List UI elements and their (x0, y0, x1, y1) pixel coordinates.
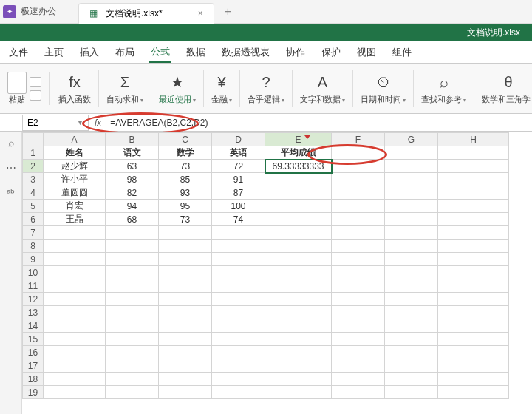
document-tab[interactable]: ▦ 文档说明.xlsx* × (78, 3, 214, 24)
search-icon[interactable]: ⌕ (8, 137, 14, 149)
cell-A17[interactable] (44, 359, 106, 373)
cell-B17[interactable] (106, 359, 159, 373)
cell-E15[interactable] (265, 333, 332, 346)
cell-G10[interactable] (385, 266, 438, 279)
cell-G17[interactable] (385, 359, 438, 373)
cell-G8[interactable] (385, 240, 438, 253)
menu-item-3[interactable]: 布局 (114, 43, 136, 62)
cell-F16[interactable] (332, 346, 385, 359)
cell-H16[interactable] (438, 346, 509, 359)
ribbon-btn-7[interactable]: ⌕查找和参考▾ (417, 72, 471, 105)
ribbon-btn-6[interactable]: ⏲日期和时间▾ (356, 72, 410, 105)
name-box[interactable]: E2 ▼ (22, 115, 89, 131)
row-header-7[interactable]: 7 (23, 226, 44, 240)
cell-G4[interactable] (385, 186, 438, 200)
fx-icon[interactable]: fx (95, 118, 101, 128)
copy-icon[interactable] (30, 90, 41, 101)
cell-F12[interactable] (332, 293, 385, 306)
row-header-9[interactable]: 9 (23, 253, 44, 266)
cell-D6[interactable]: 74 (212, 213, 265, 226)
cell-B12[interactable] (106, 293, 159, 306)
cell-G3[interactable] (385, 173, 438, 186)
cell-G7[interactable] (385, 226, 438, 240)
row-header-1[interactable]: 1 (23, 146, 44, 160)
cell-E10[interactable] (265, 266, 332, 279)
cell-F18[interactable] (332, 373, 385, 386)
ribbon-btn-3[interactable]: ¥金融▾ (207, 72, 236, 105)
cell-E11[interactable] (265, 279, 332, 293)
cell-F9[interactable] (332, 253, 385, 266)
menu-item-7[interactable]: 协作 (284, 43, 307, 62)
cell-H6[interactable] (438, 213, 509, 226)
row-header-16[interactable]: 16 (23, 346, 44, 359)
cell-G1[interactable] (385, 146, 438, 160)
cell-G19[interactable] (385, 386, 438, 399)
cell-C8[interactable] (159, 240, 212, 253)
cell-A4[interactable]: 董圆圆 (44, 186, 106, 200)
cell-C19[interactable] (159, 386, 212, 399)
cell-C14[interactable] (159, 319, 212, 333)
cell-B10[interactable] (106, 266, 159, 279)
cell-C11[interactable] (159, 279, 212, 293)
cell-C1[interactable]: 数学 (159, 146, 212, 160)
cell-C3[interactable]: 85 (159, 173, 212, 186)
ribbon-btn-5[interactable]: A文字和数据▾ (296, 72, 349, 105)
cell-C5[interactable]: 95 (159, 200, 212, 213)
ribbon-btn-2[interactable]: ★最近使用▾ (154, 72, 200, 105)
cell-B9[interactable] (106, 253, 159, 266)
cell-B11[interactable] (106, 279, 159, 293)
cell-B19[interactable] (106, 386, 159, 399)
cell-H9[interactable] (438, 253, 509, 266)
chevron-down-icon[interactable]: ▼ (77, 119, 83, 126)
cell-F11[interactable] (332, 279, 385, 293)
cell-B6[interactable]: 68 (106, 213, 159, 226)
cell-G16[interactable] (385, 346, 438, 359)
cell-A8[interactable] (44, 240, 106, 253)
cell-F19[interactable] (332, 386, 385, 399)
cell-G5[interactable] (385, 200, 438, 213)
paste-button[interactable]: 粘贴 (7, 72, 27, 105)
cell-B1[interactable]: 语文 (106, 146, 159, 160)
ribbon-btn-4[interactable]: ?合乎逻辑▾ (243, 72, 289, 105)
cell-D19[interactable] (212, 386, 265, 399)
row-header-5[interactable]: 5 (23, 200, 44, 213)
cell-D15[interactable] (212, 333, 265, 346)
cell-E3[interactable] (265, 173, 332, 186)
col-header-D[interactable]: D (212, 133, 265, 146)
cell-A18[interactable] (44, 373, 106, 386)
close-icon[interactable]: × (198, 8, 203, 18)
col-header-C[interactable]: C (159, 133, 212, 146)
cell-E14[interactable] (265, 319, 332, 333)
cell-E9[interactable] (265, 253, 332, 266)
cell-G9[interactable] (385, 253, 438, 266)
cell-H7[interactable] (438, 226, 509, 240)
cell-H13[interactable] (438, 306, 509, 319)
menu-item-4[interactable]: 公式 (149, 42, 171, 63)
cell-F14[interactable] (332, 319, 385, 333)
cell-H4[interactable] (438, 186, 509, 200)
cell-E19[interactable] (265, 386, 332, 399)
cell-F2[interactable] (332, 160, 385, 173)
cell-E18[interactable] (265, 373, 332, 386)
cell-F4[interactable] (332, 186, 385, 200)
cell-D5[interactable]: 100 (212, 200, 265, 213)
spreadsheet-grid[interactable]: ABCDEFGH1姓名语文数学英语平均成绩2赵少辉63737269.333333… (22, 132, 532, 414)
cell-G14[interactable] (385, 319, 438, 333)
comments-icon[interactable]: ⋯ (6, 162, 16, 174)
cell-A9[interactable] (44, 253, 106, 266)
cell-C18[interactable] (159, 373, 212, 386)
row-header-4[interactable]: 4 (23, 186, 44, 200)
cell-D12[interactable] (212, 293, 265, 306)
cell-D14[interactable] (212, 319, 265, 333)
cell-H3[interactable] (438, 173, 509, 186)
cell-D11[interactable] (212, 279, 265, 293)
cell-H5[interactable] (438, 200, 509, 213)
col-header-F[interactable]: F (332, 133, 385, 146)
row-header-18[interactable]: 18 (23, 373, 44, 386)
cell-E7[interactable] (265, 226, 332, 240)
cell-E8[interactable] (265, 240, 332, 253)
cell-C16[interactable] (159, 346, 212, 359)
cell-C12[interactable] (159, 293, 212, 306)
cell-B15[interactable] (106, 333, 159, 346)
menu-item-1[interactable]: 主页 (43, 43, 65, 62)
